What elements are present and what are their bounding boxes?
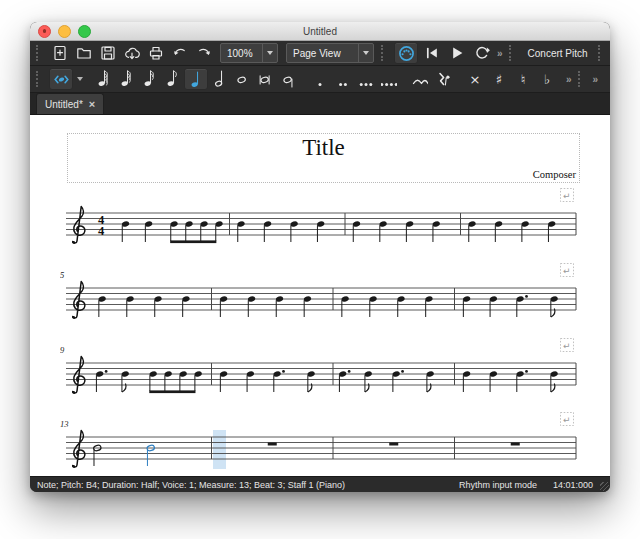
note[interactable] — [426, 370, 435, 392]
whole-rest[interactable] — [389, 443, 398, 446]
note[interactable] — [219, 295, 228, 317]
view-mode-select[interactable]: Page View — [286, 43, 374, 63]
score-system-2[interactable]: 5↵ — [60, 262, 582, 326]
note[interactable] — [369, 295, 378, 317]
score-title[interactable]: Title — [68, 135, 579, 161]
note[interactable] — [338, 370, 350, 392]
rewind-button[interactable] — [421, 43, 443, 63]
toolbar-overflow-icon[interactable]: » — [564, 74, 574, 85]
natural-button[interactable]: ♮ — [512, 69, 534, 89]
note[interactable] — [182, 295, 191, 317]
note[interactable] — [126, 295, 135, 317]
score-canvas[interactable]: Title Composer ↵445↵9↵13↵ — [30, 115, 610, 476]
note[interactable] — [379, 220, 388, 242]
toolbar-drag-handle[interactable] — [598, 45, 605, 61]
whole-rest[interactable] — [511, 443, 520, 446]
rest-button[interactable] — [433, 69, 455, 89]
note[interactable] — [95, 370, 107, 392]
line-break-icon[interactable]: ↵ — [561, 264, 574, 277]
note[interactable] — [121, 220, 130, 242]
note[interactable] — [516, 295, 528, 317]
resize-grip[interactable] — [600, 482, 609, 491]
flat-button[interactable]: ♭ — [536, 69, 558, 89]
loop-playback-button[interactable] — [471, 43, 493, 63]
concert-pitch-button[interactable]: Concert Pitch — [522, 48, 594, 59]
save-score-button[interactable] — [97, 43, 119, 63]
note[interactable] — [154, 295, 163, 317]
toolbar-drag-handle[interactable] — [36, 71, 43, 87]
note[interactable] — [397, 295, 406, 317]
note[interactable] — [263, 220, 272, 242]
line-break-icon[interactable]: ↵ — [561, 189, 574, 202]
title-frame[interactable]: Title Composer — [67, 133, 580, 183]
note[interactable] — [392, 370, 404, 392]
16th-note-button[interactable] — [138, 68, 160, 88]
note[interactable] — [550, 295, 559, 317]
note[interactable] — [290, 220, 299, 242]
note[interactable] — [273, 370, 285, 392]
note[interactable] — [547, 220, 556, 242]
toolbar-drag-handle[interactable] — [578, 71, 585, 87]
note[interactable] — [521, 220, 530, 242]
minimize-button[interactable] — [58, 25, 71, 38]
note[interactable] — [489, 295, 498, 317]
score-composer[interactable]: Composer — [533, 169, 576, 180]
score-system-4[interactable]: 13↵ — [60, 411, 582, 475]
note[interactable] — [425, 295, 434, 317]
note[interactable] — [462, 370, 471, 392]
toolbar-overflow-icon[interactable]: » — [591, 74, 601, 85]
open-file-button[interactable] — [73, 43, 95, 63]
eighth-note-button[interactable] — [161, 68, 183, 88]
note[interactable] — [247, 295, 256, 317]
line-break-icon[interactable]: ↵ — [561, 339, 574, 352]
note[interactable] — [275, 295, 284, 317]
note[interactable] — [550, 370, 559, 392]
note[interactable] — [341, 295, 350, 317]
new-score-button[interactable] — [49, 43, 71, 63]
note[interactable] — [405, 220, 414, 242]
whole-rest[interactable] — [268, 443, 277, 446]
note[interactable] — [219, 370, 228, 392]
note[interactable] — [237, 220, 246, 242]
note[interactable] — [364, 370, 373, 392]
undo-button[interactable] — [169, 43, 191, 63]
tab-close-icon[interactable]: × — [89, 99, 95, 110]
tab-untitled[interactable]: Untitled* × — [36, 93, 104, 114]
note-input-button[interactable] — [49, 68, 73, 90]
print-button[interactable] — [145, 43, 167, 63]
2-dots-button[interactable] — [332, 69, 354, 89]
4-dots-button[interactable] — [378, 69, 400, 89]
note[interactable] — [98, 295, 107, 317]
toolbar-drag-handle[interactable] — [509, 45, 516, 61]
zoom-select[interactable]: 100% — [220, 43, 278, 63]
zoom-window-button[interactable] — [78, 25, 91, 38]
note[interactable] — [246, 370, 255, 392]
double-sharp-button[interactable]: × — [464, 69, 486, 89]
quarter-note-button[interactable] — [184, 68, 208, 90]
longa-button[interactable] — [278, 68, 300, 88]
note[interactable] — [307, 370, 316, 392]
whole-note-button[interactable] — [232, 68, 254, 88]
64th-note-button[interactable] — [92, 68, 114, 88]
toolbar-drag-handle[interactable] — [36, 45, 43, 61]
sharp-button[interactable]: ♯ — [488, 69, 510, 89]
note[interactable] — [121, 370, 130, 392]
line-break-icon[interactable]: ↵ — [561, 413, 574, 426]
note[interactable] — [144, 220, 153, 242]
titlebar[interactable]: Untitled — [30, 22, 610, 41]
double-whole-note-button[interactable] — [255, 68, 277, 88]
redo-button[interactable] — [193, 43, 215, 63]
note[interactable] — [432, 220, 441, 242]
note[interactable] — [303, 295, 312, 317]
note[interactable] — [489, 370, 498, 392]
toolbar-drag-handle[interactable] — [381, 45, 388, 61]
midi-input-button[interactable] — [394, 42, 418, 64]
3-dots-button[interactable] — [355, 69, 377, 89]
32nd-note-button[interactable] — [115, 68, 137, 88]
play-button[interactable] — [446, 43, 468, 63]
note[interactable] — [516, 370, 528, 392]
note[interactable] — [468, 220, 477, 242]
1-dot-button[interactable] — [309, 69, 331, 89]
note[interactable] — [494, 220, 503, 242]
toolbar-overflow-icon[interactable]: » — [495, 48, 505, 59]
